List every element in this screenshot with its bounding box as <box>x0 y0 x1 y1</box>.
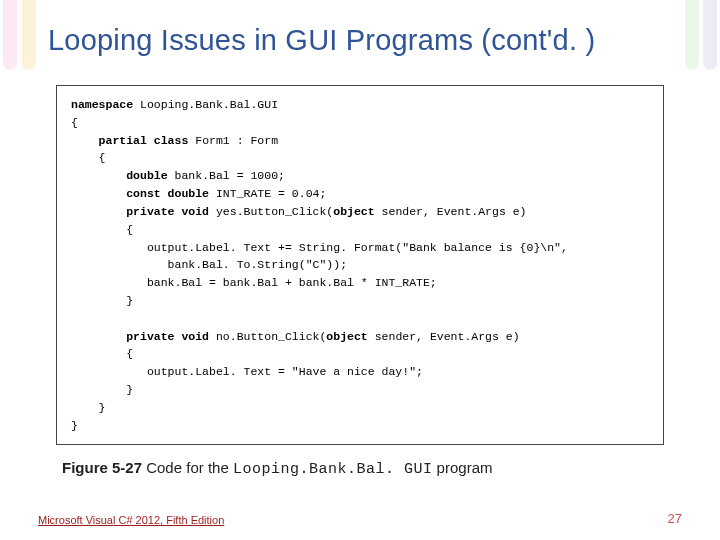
code-text: { <box>71 151 106 164</box>
footer-book-title: Microsoft Visual C# 2012, Fifth Edition <box>38 514 224 526</box>
code-text: bank.Bal = 1000; <box>168 169 285 182</box>
code-text: INT_RATE = 0.04; <box>209 187 326 200</box>
code-text: { <box>71 223 133 236</box>
caption-text: Code for the <box>142 459 233 476</box>
footer-page-number: 27 <box>668 511 682 526</box>
code-listing: namespace Looping.Bank.Bal.GUI { partial… <box>56 85 664 445</box>
caption-program-name: Looping.Bank.Bal. GUI <box>233 461 433 478</box>
code-text: bank.Bal = bank.Bal + bank.Bal * INT_RAT… <box>71 276 437 289</box>
code-kw: object <box>326 330 367 343</box>
code-text: output.Label. Text = "Have a nice day!"; <box>71 365 423 378</box>
code-text: Looping.Bank.Bal.GUI <box>133 98 278 111</box>
code-text: output.Label. Text += String. Format("Ba… <box>71 241 568 254</box>
code-kw: partial class <box>71 134 188 147</box>
code-text: } <box>71 419 78 432</box>
code-kw: namespace <box>71 98 133 111</box>
figure-caption: Figure 5-27 Code for the Looping.Bank.Ba… <box>62 459 672 478</box>
code-text: { <box>71 347 133 360</box>
slide-title: Looping Issues in GUI Programs (cont'd. … <box>48 24 672 57</box>
code-text: no.Button_Click( <box>209 330 326 343</box>
code-text: } <box>71 383 133 396</box>
figure-number: Figure 5-27 <box>62 459 142 476</box>
code-text: Form1 : Form <box>188 134 278 147</box>
code-kw: double <box>71 169 168 182</box>
code-kw: object <box>333 205 374 218</box>
code-text: } <box>71 294 133 307</box>
code-text: yes.Button_Click( <box>209 205 333 218</box>
code-kw: const double <box>71 187 209 200</box>
code-text <box>71 312 78 325</box>
code-kw: private void <box>71 205 209 218</box>
code-text: { <box>71 116 78 129</box>
slide-footer: Microsoft Visual C# 2012, Fifth Edition … <box>38 511 682 526</box>
caption-tail: program <box>432 459 492 476</box>
code-text: sender, Event.Args e) <box>368 330 520 343</box>
code-text: sender, Event.Args e) <box>375 205 527 218</box>
code-text: bank.Bal. To.String("C")); <box>71 258 347 271</box>
slide: Looping Issues in GUI Programs (cont'd. … <box>0 0 720 540</box>
code-text: } <box>71 401 106 414</box>
code-kw: private void <box>71 330 209 343</box>
